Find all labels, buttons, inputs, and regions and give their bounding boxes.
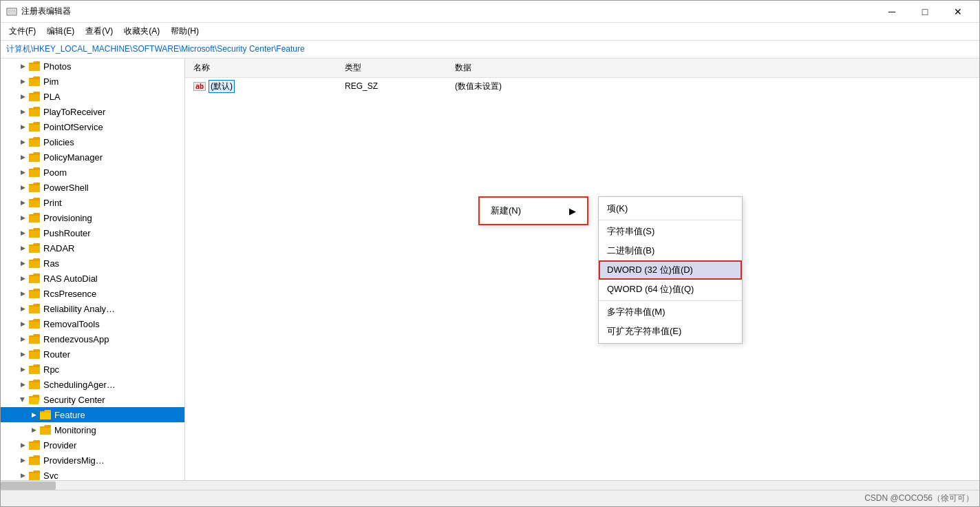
menu-view[interactable]: 查看(V) [80, 24, 118, 39]
tree-item-policymanager[interactable]: ▶ PolicyManager [1, 149, 184, 165]
tree-item-rpc[interactable]: ▶ Rpc [1, 362, 184, 377]
folder-icon [28, 106, 41, 117]
folder-open-icon [28, 394, 41, 405]
tree-item-poom[interactable]: ▶ Poom [1, 165, 184, 180]
tree-label: Ras [43, 258, 59, 269]
tree-item-rasautodial[interactable]: ▶ RAS AutoDial [1, 271, 184, 286]
submenu-divider-2 [599, 300, 742, 301]
tree-item-schedulingagent[interactable]: ▶ SchedulingAger… [1, 377, 184, 392]
folder-icon [28, 121, 41, 132]
tree-item-removaltools[interactable]: ▶ RemovalTools [1, 316, 184, 331]
expand-arrow: ▶ [17, 455, 28, 466]
submenu-item-dword[interactable]: DWORD (32 位)值(D) [599, 260, 742, 280]
folder-icon [28, 61, 41, 72]
expand-arrow: ▶ [17, 349, 28, 360]
tree-label: PointOfService [43, 122, 103, 132]
folder-icon [28, 439, 41, 451]
tree-label: PlayToReceiver [43, 107, 105, 117]
default-value-label: (默认) [209, 80, 235, 93]
tree-panel[interactable]: ▶ Photos ▶ Pim ▶ PLA ▶ [1, 59, 185, 480]
table-header: 名称 类型 数据 [185, 59, 979, 78]
submenu-new[interactable]: 项(K) 字符串值(S) 二进制值(B) DWORD (32 位)值(D) QW… [598, 196, 743, 344]
tree-label: PolicyManager [43, 152, 103, 163]
tree-item-security-center[interactable]: ▶ Security Center [1, 392, 184, 407]
tree-item-rcspresence[interactable]: ▶ RcsPresence [1, 286, 184, 301]
menu-file[interactable]: 文件(F) [3, 24, 41, 39]
tree-item-ras[interactable]: ▶ Ras [1, 256, 184, 271]
submenu-item-string[interactable]: 字符串值(S) [599, 222, 742, 241]
tree-item-monitoring[interactable]: ▶ Monitoring [1, 422, 184, 437]
step-badge-2: 2 [612, 313, 630, 331]
tree-label: PLA [43, 92, 61, 102]
scrollbar-thumb[interactable] [1, 482, 56, 490]
expand-arrow: ▶ [17, 394, 28, 405]
submenu-divider [599, 220, 742, 220]
folder-icon [28, 227, 41, 238]
tree-label: PushRouter [43, 228, 91, 238]
tree-item-pim[interactable]: ▶ Pim [1, 74, 184, 89]
expand-arrow: ▶ [17, 318, 28, 329]
tree-label: Security Center [43, 395, 105, 405]
folder-icon [28, 318, 41, 329]
submenu-item-key[interactable]: 项(K) [599, 199, 742, 218]
folder-icon [28, 379, 41, 390]
tree-label: Rpc [43, 364, 59, 375]
tree-item-pla[interactable]: ▶ PLA [1, 89, 184, 104]
address-bar: 计算机\HKEY_LOCAL_MACHINE\SOFTWARE\Microsof… [1, 41, 979, 59]
folder-icon [28, 167, 41, 178]
tree-item-radar[interactable]: ▶ RADAR [1, 240, 184, 256]
tree-item-playtoreceiver[interactable]: ▶ PlayToReceiver [1, 104, 184, 119]
expand-arrow: ▶ [17, 439, 28, 451]
submenu-item-multi[interactable]: 多字符串值(M) [599, 302, 742, 322]
submenu-item-expand[interactable]: 可扩充字符串值(E) [599, 322, 742, 341]
folder-icon [28, 288, 41, 299]
expand-arrow: ▶ [17, 106, 28, 117]
close-button[interactable]: ✕ [942, 1, 974, 23]
expand-arrow: ▶ [17, 258, 28, 269]
tree-item-print[interactable]: ▶ Print [1, 195, 184, 210]
tree-item-feature[interactable]: ▶ Feature [1, 407, 184, 422]
tree-label: Photos [43, 61, 71, 72]
folder-icon [28, 212, 41, 223]
tree-label: SchedulingAger… [43, 380, 116, 390]
folder-icon [28, 182, 41, 193]
tree-item-reliability[interactable]: ▶ Reliability Analy… [1, 301, 184, 316]
tree-item-rendezvousapp[interactable]: ▶ RendezvousApp [1, 331, 184, 346]
new-button-menu[interactable]: 新建(N) ▶ [478, 196, 588, 225]
tree-label: RendezvousApp [43, 334, 109, 344]
submenu-arrow: ▶ [569, 206, 576, 216]
expand-arrow: ▶ [17, 91, 28, 102]
tree-item-pushrouter[interactable]: ▶ PushRouter [1, 225, 184, 240]
menu-edit[interactable]: 编辑(E) [41, 24, 80, 39]
expand-arrow: ▶ [17, 152, 28, 163]
minimize-button[interactable]: ─ [876, 1, 908, 23]
folder-icon [28, 152, 41, 163]
horizontal-scrollbar[interactable] [1, 480, 979, 490]
tree-item-photos[interactable]: ▶ Photos [1, 59, 184, 74]
new-menu-item[interactable]: 新建(N) ▶ [480, 200, 587, 222]
tree-item-svc[interactable]: ▶ Svc [1, 468, 184, 480]
tree-item-policies[interactable]: ▶ Policies [1, 134, 184, 149]
maximize-button[interactable]: □ [909, 1, 941, 23]
menu-help[interactable]: 帮助(H) [165, 24, 204, 39]
expand-arrow: ▶ [17, 288, 28, 299]
tree-item-provisioning[interactable]: ▶ Provisioning [1, 210, 184, 225]
expand-arrow: ▶ [17, 364, 28, 375]
row-type: REG_SZ [342, 81, 452, 91]
expand-arrow: ▶ [17, 182, 28, 193]
tree-item-provider[interactable]: ▶ Provider [1, 437, 184, 453]
tree-item-router[interactable]: ▶ Router [1, 346, 184, 362]
tree-item-providersmig[interactable]: ▶ ProvidersMig… [1, 453, 184, 468]
menu-bar: 文件(F) 编辑(E) 查看(V) 收藏夹(A) 帮助(H) [1, 23, 979, 41]
submenu-item-binary[interactable]: 二进制值(B) [599, 241, 742, 260]
submenu-item-qword[interactable]: QWORD (64 位)值(Q) [599, 280, 742, 299]
table-row-default[interactable]: ab (默认) REG_SZ (数值未设置) [185, 78, 979, 94]
main-area: ▶ Photos ▶ Pim ▶ PLA ▶ [1, 59, 979, 480]
tree-item-pointofservice[interactable]: ▶ PointOfService [1, 119, 184, 134]
status-bar: CSDN @COCO56（徐可可） [1, 490, 979, 506]
menu-favorites[interactable]: 收藏夹(A) [118, 24, 165, 39]
tree-item-powershell[interactable]: ▶ PowerShell [1, 180, 184, 195]
tree-label: Policies [43, 137, 74, 147]
expand-arrow: ▶ [17, 121, 28, 132]
folder-icon [28, 136, 41, 147]
